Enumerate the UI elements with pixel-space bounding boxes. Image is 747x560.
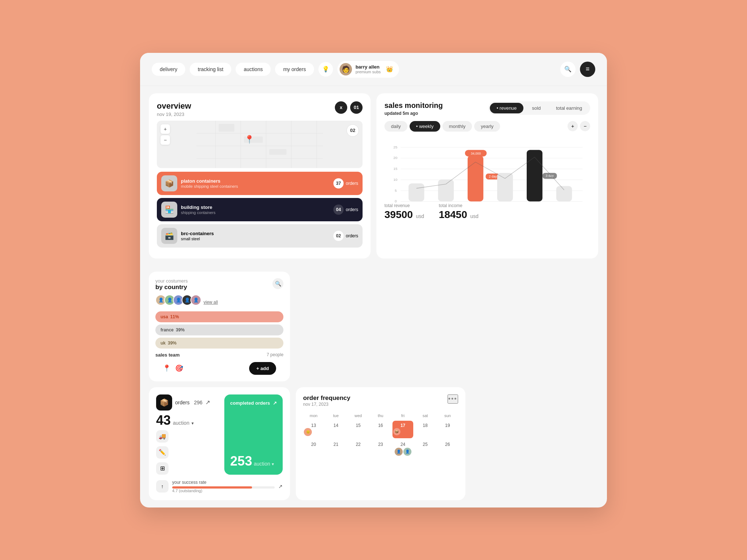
sales-card: sales monitoring updated 5m ago revenue … <box>376 93 598 258</box>
orders-row: 📦 orders 296 ↗ <box>156 394 219 411</box>
total-revenue-value: 39500 <box>384 209 413 220</box>
overview-title: overview <box>157 101 191 111</box>
overview-date: nov 19, 2023 <box>157 112 191 117</box>
completed-value: 253 <box>230 454 252 468</box>
cal-header-fri: fri <box>392 412 413 419</box>
total-revenue-label: total revenue <box>384 203 424 208</box>
cal-23[interactable]: 23 <box>370 440 391 458</box>
svg-rect-30 <box>497 173 513 201</box>
nav-auctions[interactable]: auctions <box>236 63 271 76</box>
bottom-row: 📦 orders 296 ↗ 43 auction ▾ 🚚 ✏️ ⊞ <box>140 272 607 508</box>
success-rate-arrow[interactable]: ↗ <box>278 483 283 489</box>
cust-search-button[interactable]: 🔍 <box>272 278 283 289</box>
svg-rect-34 <box>556 186 572 201</box>
bar-chart-area: 0 5 10 15 20 25 <box>384 137 590 203</box>
arrow-up-icon: ↗ <box>205 399 210 406</box>
delivery-icon[interactable]: 🚚 <box>156 430 169 443</box>
layout-icon[interactable]: ⊞ <box>156 462 169 475</box>
nav-tracking-list[interactable]: tracking list <box>190 63 231 76</box>
user-profile[interactable]: 🧑 barry allen premium subs 👑 <box>337 61 399 78</box>
completed-arrow: ↗ <box>273 400 277 406</box>
cal-24[interactable]: 24 👤 👤 <box>392 440 413 458</box>
add-button[interactable]: + add <box>249 362 276 375</box>
sales-team-row: sales team 7 people <box>155 352 283 358</box>
nav-my-orders[interactable]: my orders <box>275 63 314 76</box>
success-rate-info: your success rate 4.7 (outstanding) <box>172 480 275 493</box>
cust-header: your costumers by country 🔍 <box>155 278 283 291</box>
menu-button[interactable]: ≡ <box>580 62 595 77</box>
orders-value: 43 <box>156 413 171 428</box>
cal-22[interactable]: 22 <box>348 440 369 458</box>
chart-collapse-button[interactable]: − <box>580 121 590 131</box>
stats-card: 📦 orders 296 ↗ 43 auction ▾ 🚚 ✏️ ⊞ <box>149 387 290 500</box>
user-name: barry allen <box>356 64 381 70</box>
edit-icon[interactable]: ✏️ <box>156 446 169 459</box>
cal-header-sat: sat <box>415 412 436 419</box>
cust-title: your costumers <box>155 278 188 284</box>
cal-header-tue: tue <box>325 412 346 419</box>
cal-15[interactable]: 15 <box>348 421 369 438</box>
stats-top-row: 📦 orders 296 ↗ 43 auction ▾ 🚚 ✏️ ⊞ <box>156 394 283 475</box>
order-count-0: 37 <box>333 178 344 188</box>
sales-title: sales monitoring <box>384 101 443 110</box>
sales-team-label: sales team <box>155 352 180 358</box>
country-usa[interactable]: usa 11% <box>155 311 283 322</box>
item-thumb-1: 🏪 <box>161 202 177 218</box>
completed-dropdown[interactable]: ▾ <box>272 462 274 467</box>
cal-13[interactable]: 13 😊 <box>303 421 324 438</box>
cal-26[interactable]: 26 <box>437 440 458 458</box>
success-rate-icon: ↑ <box>156 480 169 493</box>
total-revenue-unit: usd <box>416 213 424 219</box>
target-icon[interactable]: 🎯 <box>175 364 183 372</box>
overview-header: overview nov 19, 2023 x 01 <box>157 101 363 117</box>
country-france[interactable]: france 39% <box>155 324 283 335</box>
bar-chart-svg: 0 5 10 15 20 25 <box>384 137 590 203</box>
tracking-item-0[interactable]: 📦 platon containers mobile shipping stee… <box>157 172 363 195</box>
svg-rect-24 <box>438 179 454 201</box>
item-name-2: brc-containers <box>181 231 330 236</box>
orders-section: 📦 orders 296 ↗ 43 auction ▾ 🚚 ✏️ ⊞ <box>156 394 219 475</box>
filter-revenue[interactable]: revenue <box>490 103 523 113</box>
icon-row: 🚚 ✏️ ⊞ <box>156 430 219 475</box>
svg-rect-25 <box>468 155 483 201</box>
avatar: 🧑 <box>340 63 352 75</box>
tracking-item-2[interactable]: 🗃️ brc-containers small steel 02 orders <box>157 224 363 248</box>
chart-tab-monthly[interactable]: monthly <box>442 121 472 132</box>
svg-rect-8 <box>218 124 234 132</box>
country-uk[interactable]: uk 39% <box>155 338 283 349</box>
cal-17-today[interactable]: 17 📦 <box>392 421 413 438</box>
bulb-icon[interactable]: 💡 <box>318 62 333 77</box>
orders-unit: auction <box>173 420 189 426</box>
cal-14[interactable]: 14 <box>325 421 346 438</box>
svg-rect-10 <box>269 149 287 155</box>
svg-text:34,000: 34,000 <box>471 151 481 155</box>
freq-menu-button[interactable]: ••• <box>448 394 458 404</box>
tracking-item-1[interactable]: 🏪 building store shipping containers 04 … <box>157 198 363 221</box>
chart-tab-yearly[interactable]: yearly <box>474 121 500 132</box>
app-container: delivery tracking list auctions my order… <box>140 53 607 508</box>
cal-18[interactable]: 18 <box>415 421 436 438</box>
location-icon[interactable]: 📍 <box>163 364 171 372</box>
cal-header-thu: thu <box>370 412 391 419</box>
total-income-block: total income 18450 usd <box>439 203 479 221</box>
freq-title: order frequency <box>303 394 350 402</box>
action-bar: 📍 🎯 + add <box>155 358 283 375</box>
cal-21[interactable]: 21 <box>325 440 346 458</box>
cust-subtitle: by country <box>155 284 188 291</box>
dropdown-arrow[interactable]: ▾ <box>191 421 194 426</box>
filter-sold[interactable]: sold <box>526 103 547 113</box>
cal-20[interactable]: 20 <box>303 440 324 458</box>
chart-expand-button[interactable]: + <box>568 121 578 131</box>
cal-25[interactable]: 25 <box>415 440 436 458</box>
nav-delivery[interactable]: delivery <box>152 63 185 76</box>
filter-total-earning[interactable]: total earning <box>549 103 589 113</box>
search-button[interactable]: 🔍 <box>560 62 576 77</box>
view-all-link[interactable]: view all <box>204 300 218 305</box>
filter-tabs: revenue sold total earning <box>488 101 590 115</box>
chart-tab-weekly[interactable]: weekly <box>410 121 440 132</box>
chart-tab-daily[interactable]: daily <box>384 121 407 132</box>
cal-16[interactable]: 16 <box>370 421 391 438</box>
svg-text:25: 25 <box>394 145 398 149</box>
sales-updated: updated 5m ago <box>384 111 443 116</box>
cal-19[interactable]: 19 <box>437 421 458 438</box>
